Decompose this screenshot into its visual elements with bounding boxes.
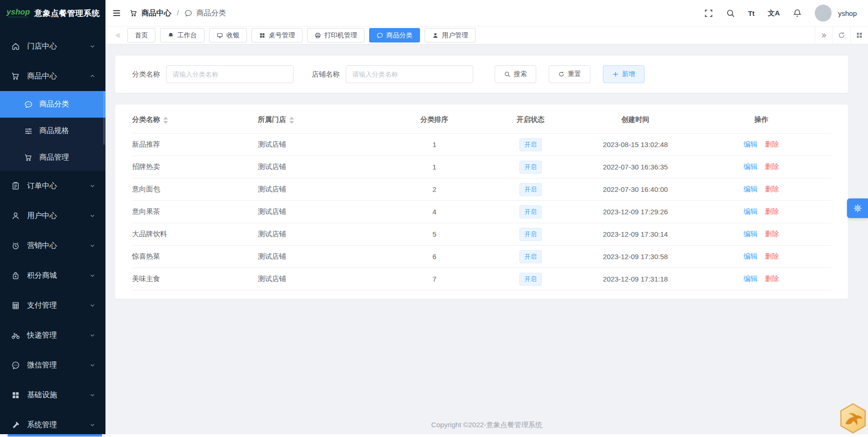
- tab-home[interactable]: 首页: [127, 28, 155, 42]
- cell-category-name: 新品推荐: [132, 140, 258, 149]
- cell-store: 测试店铺: [258, 162, 387, 171]
- reset-icon: [558, 71, 565, 78]
- sidebar-item-payment-manage[interactable]: 支付管理: [0, 290, 105, 320]
- horizontal-scrollbar[interactable]: [0, 434, 868, 437]
- yshop-logo: yshop: [7, 8, 30, 18]
- edit-link[interactable]: 编辑: [743, 207, 757, 215]
- sidebar-item-store-center[interactable]: 门店中心: [0, 31, 105, 61]
- sidebar-scrollbar-thumb[interactable]: [103, 91, 105, 145]
- username[interactable]: yshop: [838, 9, 857, 17]
- col-store: 所属门店: [258, 115, 387, 124]
- table-row: 新品推荐 测试店铺 1 开启 2023-08-15 13:02:48 编辑删除: [132, 134, 831, 156]
- order-icon: [11, 182, 20, 190]
- tab-product-category[interactable]: 商品分类: [369, 28, 420, 42]
- collapse-sidebar-icon[interactable]: [112, 8, 121, 18]
- tab-user-manage[interactable]: 用户管理: [425, 28, 476, 42]
- font-size-icon[interactable]: Tt: [748, 9, 755, 17]
- sliders-icon: [24, 127, 33, 135]
- cell-category-name: 意向果茶: [132, 207, 258, 216]
- sidebar-item-label: 积分商城: [27, 271, 57, 281]
- edit-link[interactable]: 编辑: [743, 140, 757, 148]
- tab-workbench[interactable]: 工作台: [160, 28, 204, 42]
- status-badge: 开启: [519, 205, 542, 218]
- edit-link[interactable]: 编辑: [743, 230, 757, 238]
- bell-icon[interactable]: [793, 9, 802, 18]
- printer-icon: [315, 32, 321, 39]
- cell-sort: 1: [387, 163, 482, 171]
- category-table: 分类名称 所属门店 分类排序 开启状态 创建时间 操作 新品推荐 测试店铺 1 …: [115, 105, 848, 299]
- chevron-down-icon: [90, 213, 95, 218]
- edit-link[interactable]: 编辑: [743, 162, 757, 170]
- edit-link[interactable]: 编辑: [743, 185, 757, 193]
- cart-icon: [11, 72, 20, 81]
- copyright-text: Copyright ©2022-意象点餐管理系统: [105, 421, 868, 430]
- sort-caret[interactable]: [163, 117, 168, 124]
- sidebar-item-system-manage[interactable]: 系统管理: [0, 410, 105, 437]
- sidebar-item-marketing-center[interactable]: 营销中心: [0, 231, 105, 261]
- settings-fab[interactable]: [847, 198, 868, 218]
- sidebar-item-product-manage[interactable]: 商品管理: [0, 144, 105, 171]
- edit-link[interactable]: 编辑: [743, 252, 757, 260]
- home-icon: [11, 42, 20, 51]
- horizontal-scrollbar-thumb[interactable]: [7, 434, 102, 437]
- cell-category-name: 惊喜热菜: [132, 252, 258, 261]
- refresh-icon[interactable]: [833, 27, 850, 44]
- cell-created: 2023-12-09 17:30:14: [580, 230, 692, 238]
- delete-link[interactable]: 删除: [765, 140, 779, 148]
- user-avatar[interactable]: [815, 5, 832, 21]
- sidebar-item-points-mall[interactable]: 积分商城: [0, 261, 105, 290]
- edit-link[interactable]: 编辑: [743, 275, 757, 282]
- search-button[interactable]: 搜索: [495, 65, 536, 83]
- sidebar-item-product-center[interactable]: 商品中心: [0, 61, 105, 91]
- delete-link[interactable]: 删除: [765, 230, 779, 238]
- category-name-input[interactable]: [166, 65, 294, 83]
- sidebar-item-label: 订单中心: [27, 181, 57, 191]
- col-sort: 分类排序: [387, 115, 482, 124]
- sidebar-item-wechat-manage[interactable]: 微信管理: [0, 350, 105, 380]
- delete-link[interactable]: 删除: [765, 185, 779, 193]
- delete-link[interactable]: 删除: [765, 275, 779, 282]
- sidebar-item-express-manage[interactable]: 快递管理: [0, 320, 105, 350]
- sidebar-item-product-category[interactable]: 商品分类: [0, 91, 105, 118]
- sidebar-item-label: 基础设施: [27, 390, 57, 400]
- search-icon: [504, 71, 511, 78]
- bird-badge-icon[interactable]: [840, 403, 867, 434]
- add-button[interactable]: 新增: [603, 65, 644, 83]
- layout-grid-icon[interactable]: [850, 27, 868, 44]
- sidebar-item-product-spec[interactable]: 商品规格: [0, 118, 105, 144]
- table-row: 招牌热卖 测试店铺 1 开启 2022-07-30 16:36:35 编辑删除: [132, 156, 831, 178]
- store-name-input[interactable]: [346, 65, 473, 83]
- breadcrumb-item[interactable]: 商品中心: [141, 8, 171, 18]
- sidebar-item-order-center[interactable]: 订单中心: [0, 171, 105, 201]
- translate-icon[interactable]: 文A: [768, 9, 780, 18]
- col-category-name: 分类名称: [132, 115, 258, 124]
- fullscreen-icon[interactable]: [704, 9, 713, 18]
- tabs-scroll-right-icon[interactable]: [815, 27, 833, 44]
- delete-link[interactable]: 删除: [765, 252, 779, 260]
- cell-status: 开启: [482, 183, 580, 196]
- sidebar-item-label: 商品分类: [39, 99, 69, 109]
- delete-link[interactable]: 删除: [765, 162, 779, 170]
- sidebar-item-infrastructure[interactable]: 基础设施: [0, 380, 105, 410]
- tab-table-number[interactable]: 桌号管理: [252, 28, 302, 42]
- cell-status: 开启: [482, 161, 580, 174]
- sort-caret[interactable]: [289, 117, 294, 124]
- reset-button[interactable]: 重置: [549, 65, 590, 83]
- tab-cashier[interactable]: 收银: [209, 28, 247, 42]
- chevron-down-icon: [90, 303, 95, 308]
- col-actions: 操作: [691, 115, 831, 124]
- calculator-icon: [11, 301, 20, 310]
- chevron-down-icon: [90, 183, 95, 189]
- cell-store: 测试店铺: [258, 140, 387, 149]
- sidebar-item-user-center[interactable]: 用户中心: [0, 201, 105, 231]
- page-content: 分类名称 店铺名称 搜索 重置 新增: [105, 44, 868, 437]
- search-icon[interactable]: [726, 9, 735, 18]
- delete-link[interactable]: 删除: [765, 207, 779, 215]
- tabs-scroll-left-icon[interactable]: [114, 32, 122, 39]
- store-name-label: 店铺名称: [312, 70, 340, 79]
- gear-icon: [853, 204, 862, 213]
- app-title: 意象点餐管理系统: [35, 8, 100, 19]
- tab-printer-manage[interactable]: 打印机管理: [307, 28, 364, 42]
- main-area: 商品中心 / 商品分类 Tt 文A yshop 首页: [105, 0, 868, 437]
- status-badge: 开启: [519, 161, 542, 174]
